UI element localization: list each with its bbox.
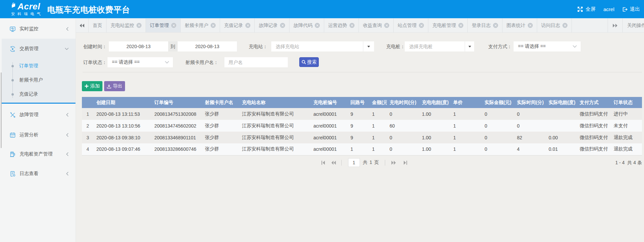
tab[interactable]: 收益查询 [359,19,394,32]
tab-close-icon[interactable] [315,23,320,28]
sidebar-item-rfid-card-users[interactable]: 射频卡用户 [2,73,75,87]
search-button[interactable]: 搜索 [299,57,319,67]
table-row[interactable]: 4 2020-08-13 09:07:46 2008133286600746 张… [82,143,642,155]
tab[interactable]: 射频卡用户 [181,19,220,32]
table-header-cell[interactable] [82,97,94,108]
tab-close-icon[interactable] [384,23,389,28]
station-combobox-arrow-button[interactable] [363,41,374,51]
table-header-cell[interactable]: 实际金额(元) [482,97,514,108]
table-header-cell[interactable]: 实际电能(度) [546,97,577,108]
page-number-input[interactable] [348,158,360,167]
cell-real-amount: 0 [482,120,514,132]
acrel-logo: Acrel 安 科 瑞 电 气 [11,2,41,16]
table-header-cell[interactable]: 支付方式 [577,97,611,108]
table-header-cell[interactable]: 金额(元 [369,97,387,108]
table-header-cell[interactable]: 射频卡用户名 [202,97,239,108]
tab[interactable]: 充电桩管理 [428,19,468,32]
table-header-cell[interactable]: 充电桩编号 [311,97,348,108]
table-row[interactable]: 2 2020-08-13 13:10:56 2008134745602002 张… [82,120,642,132]
tab-label: 图表统计 [507,23,525,29]
last-page-button[interactable] [403,161,407,165]
tab[interactable]: 故障记录 [255,19,289,32]
pile-combobox-input[interactable] [405,41,465,51]
cell-order-status: 退款完成 [611,143,642,155]
table-header-cell[interactable]: 充电站名称 [239,97,311,108]
sidebar-item-order-management[interactable]: 订单管理 [2,59,75,73]
table-header-cell[interactable]: 订单状态 [611,97,642,108]
cell-amount: 1 [369,108,387,120]
date-from-input[interactable] [109,41,168,51]
charging-pile-icon [9,151,16,158]
order-status-select[interactable]: == 请选择 == [108,57,173,67]
cell-pile-number: acrel00001 [311,132,348,143]
caret-down-icon [468,46,471,47]
tabs-scroll-left-button[interactable] [76,19,89,32]
sidebar-item-realtime-monitor[interactable]: 实时监控 [2,21,75,37]
first-page-button[interactable] [321,161,325,165]
cell-pay-method: 微信扫码支付 [577,120,611,132]
rfid-user-input[interactable] [224,57,288,67]
sidebar-item-log-viewer[interactable]: 日志查看 [2,166,75,182]
table-header-cell[interactable]: 单价 [451,97,482,108]
username[interactable]: acrel [603,6,614,12]
cell-rfid-user: 张少群 [202,143,239,155]
tab[interactable]: 故障代码 [289,19,324,32]
export-button[interactable]: 导出 [104,81,125,91]
transaction-icon [9,46,16,52]
close-operations-button[interactable]: 关闭操作 [623,19,644,32]
table-header-cell[interactable]: 回路号 [348,97,369,108]
sidebar-item-fault-management[interactable]: 故障管理 [2,107,75,123]
tab[interactable]: 充值记录 [220,19,255,32]
tab-close-icon[interactable] [280,23,285,28]
logout-button[interactable]: 退出 [622,6,640,12]
table-header-cell[interactable]: 创建日期 [94,97,152,108]
table-header-cell[interactable]: 实际时间(分) [514,97,546,108]
cell-pay-method: 微信扫码支付 [577,132,611,143]
date-to-input[interactable] [178,41,237,51]
logo-text: Acrel [18,2,40,10]
tab-close-icon[interactable] [245,23,250,28]
tab-close-icon[interactable] [136,23,142,28]
search-icon [302,60,306,64]
add-button[interactable]: 添加 [82,81,102,91]
fullscreen-button[interactable]: 全屏 [577,6,595,12]
table-header-cell[interactable]: 订单编号 [152,97,202,108]
table-header-cell[interactable]: 充电电能(度) [419,97,451,108]
pile-combobox-arrow-button[interactable] [465,41,474,51]
tab[interactable]: 访问日志 [537,19,572,32]
sidebar-item-charging-pile-assets[interactable]: 充电桩资产管理 [2,146,75,162]
tab-close-icon[interactable] [493,23,498,28]
sidebar-item-trade-management[interactable]: 交易管理 [2,41,75,57]
cell-unit-price: 1 [451,132,482,143]
cell-real-amount: 0 [482,143,514,155]
chevron-down-icon [165,61,169,64]
prev-page-button[interactable] [331,161,336,165]
tab[interactable]: 首页 [89,19,106,32]
table-row[interactable]: 3 2020-08-13 09:38:10 2008133468901101 张… [82,132,642,143]
tab[interactable]: 站点管理 [394,19,428,32]
tab[interactable]: 订单管理 [146,19,181,32]
tab-close-icon[interactable] [458,23,463,28]
table-header-cell[interactable]: 充电时间(分) [387,97,419,108]
station-combobox-input[interactable] [271,41,363,51]
table-row[interactable]: 1 2020-08-13 13:11:53 2008134751302008 张… [82,108,642,120]
tab-close-icon[interactable] [419,23,424,28]
page-title: 电瓶车充电桩收费平台 [47,0,130,19]
pay-method-select[interactable]: == 请选择 == [514,41,581,51]
tab[interactable]: 登录日志 [468,19,502,32]
tab-close-icon[interactable] [562,23,568,28]
tab[interactable]: 图表统计 [502,19,537,32]
tab[interactable]: 运营趋势 [324,19,359,32]
next-page-button[interactable] [391,161,396,165]
tab[interactable]: 充电站监控 [106,19,146,32]
tab-close-icon[interactable] [171,23,176,28]
tab-close-icon[interactable] [349,23,355,28]
tabs-scroll-right-button[interactable] [608,19,622,32]
sidebar-item-operation-analysis[interactable]: 运营分析 [2,127,75,143]
sidebar-item-recharge-records[interactable]: 充值记录 [2,87,75,101]
search-button-label: 搜索 [307,59,317,65]
tab-close-icon[interactable] [211,23,216,28]
pay-method-label: 支付方式： [488,41,512,51]
table-header-row: 创建日期订单编号射频卡用户名充电站名称充电桩编号回路号金额(元充电时间(分)充电… [82,97,642,108]
tab-close-icon[interactable] [528,23,533,28]
